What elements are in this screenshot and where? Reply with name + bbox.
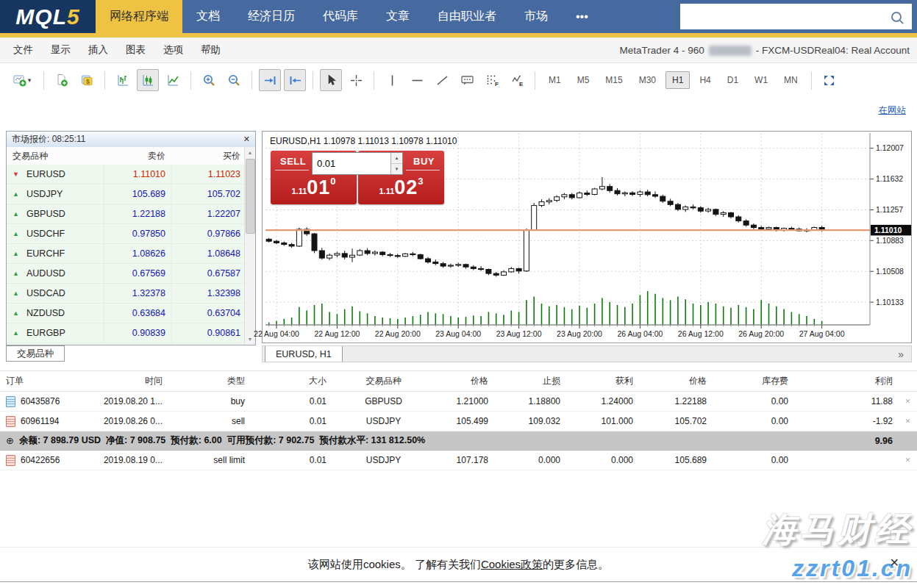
trendline-icon <box>435 74 449 87</box>
search-box[interactable] <box>680 4 912 29</box>
nav-item-7[interactable]: 市场 <box>510 0 562 33</box>
chart-shift-button[interactable] <box>284 69 306 91</box>
cookies-policy-link[interactable]: Cookies政策 <box>481 558 543 572</box>
elliott-waves-button[interactable]: E <box>506 69 528 91</box>
zoom-in-button[interactable] <box>198 69 220 91</box>
balance-total-profit: 9.96 <box>875 436 893 446</box>
timeframe-m15[interactable]: M15 <box>599 71 629 89</box>
svg-text:22 Aug 12:00: 22 Aug 12:00 <box>314 329 360 338</box>
list-item-symbol-gbpusd[interactable]: ▲GBPUSD1.221881.22207 <box>7 204 245 224</box>
table-row-order-60435876[interactable]: 604358762019.08.20 1...buy0.01GBPUSD1.21… <box>0 392 917 412</box>
nav-item-8[interactable]: ••• <box>562 0 602 33</box>
mql5-logo[interactable]: MQL5 <box>0 0 96 33</box>
order-current-price: 1.22188 <box>639 396 713 406</box>
menu-item-3[interactable]: 插入 <box>79 43 117 57</box>
orders-column-3: 类型 <box>168 375 251 387</box>
bid-price: 1.32378 <box>104 284 171 303</box>
menu-item-1[interactable]: 文件 <box>4 43 42 57</box>
close-icon[interactable]: ✕ <box>243 135 250 143</box>
search-input[interactable] <box>680 4 891 29</box>
nav-items: 网络程序端文档经济日历代码库文章自由职业者市场••• <box>96 0 602 33</box>
menu-item-5[interactable]: 选项 <box>154 43 192 57</box>
auto-scroll-button[interactable] <box>259 69 281 91</box>
cursor-button[interactable] <box>320 69 342 91</box>
timeframe-m30[interactable]: M30 <box>632 71 663 89</box>
ask-price: 1.22207 <box>171 204 245 223</box>
order-time: 2019.08.20 1... <box>87 396 168 406</box>
timeframe-h4[interactable]: H4 <box>693 71 717 89</box>
list-item-symbol-audusd[interactable]: ▲AUDUSD0.675690.67587 <box>7 264 245 284</box>
timeframe-m1[interactable]: M1 <box>542 71 568 89</box>
list-item-symbol-usdcad[interactable]: ▲USDCAD1.323781.32398 <box>7 284 245 304</box>
nav-item-1[interactable]: 网络程序端 <box>96 0 182 33</box>
fibonacci-button[interactable]: F <box>481 69 503 91</box>
orders-table: 订单时间类型大小交易品种价格止损获利价格库存费利润604358762019.08… <box>0 370 917 470</box>
timeframe-mn[interactable]: MN <box>777 71 804 89</box>
spinner-down-icon[interactable]: ▼ <box>391 164 402 174</box>
bid-price: 0.63684 <box>104 304 171 323</box>
trendline-button[interactable] <box>431 69 453 91</box>
market-watch-column-headers: 交易品种卖价买价 <box>7 147 245 165</box>
list-item-symbol-eurusd[interactable]: ▼EURUSD1.110101.11023 <box>7 165 245 184</box>
close-order-icon[interactable]: ✕ <box>899 456 917 464</box>
nav-item-4[interactable]: 代码库 <box>309 0 372 33</box>
table-row-order-60422656[interactable]: 604226562019.08.19 0...sell limit0.01USD… <box>0 451 917 470</box>
up-arrow-icon: ▲ <box>7 210 24 218</box>
order-sell-icon <box>6 416 15 427</box>
svg-text:F: F <box>495 81 499 87</box>
chart-toolbar: ▾$FEM1M5M15M30H1H4D1W1MN <box>0 64 917 96</box>
list-item-symbol-eurgbp[interactable]: ▲EURGBP0.908390.90861 <box>7 323 245 343</box>
candlestick-chart-button[interactable] <box>137 69 159 91</box>
nav-item-3[interactable]: 经济日历 <box>234 0 309 33</box>
crosshair-button[interactable] <box>345 69 367 91</box>
sell-price: 1.11010 <box>271 176 357 199</box>
nav-item-6[interactable]: 自由职业者 <box>424 0 510 33</box>
menu-item-4[interactable]: 图表 <box>117 43 154 57</box>
timeframe-w1[interactable]: W1 <box>748 71 774 89</box>
volume-input[interactable] <box>313 153 390 174</box>
timeframe-m5[interactable]: M5 <box>571 71 596 89</box>
cookie-text-after: 的更多信息。 <box>543 558 609 572</box>
table-row-order-60961194[interactable]: 609611942019.08.26 0...sell0.01USDJPY105… <box>0 412 917 431</box>
tab-eurusd-h1[interactable]: EURUSD, H1 <box>265 346 343 362</box>
list-item-symbol-eurchf[interactable]: ▲EURCHF1.086261.08648 <box>7 244 245 264</box>
spinner-up-icon[interactable]: ▲ <box>391 153 402 164</box>
close-order-icon[interactable]: ✕ <box>899 417 917 425</box>
market-watch-scrollbar[interactable]: ▲ ▼ <box>244 147 255 345</box>
chevron-right-icon[interactable]: » <box>898 348 911 360</box>
up-arrow-icon: ▲ <box>7 250 24 257</box>
nav-item-5[interactable]: 文章 <box>372 0 424 33</box>
search-icon[interactable] <box>891 12 902 22</box>
timeframe-d1[interactable]: D1 <box>721 71 745 89</box>
nav-item-2[interactable]: 文档 <box>182 0 234 33</box>
cookie-close-icon[interactable]: ✕ <box>890 557 899 569</box>
new-order-button[interactable] <box>51 69 73 91</box>
order-window-button[interactable]: $ <box>76 69 98 91</box>
menu-item-2[interactable]: 显示 <box>42 43 79 57</box>
tab-market-watch[interactable]: 交易品种 <box>6 345 65 362</box>
text-label-button[interactable] <box>456 69 478 91</box>
bar-chart-button[interactable] <box>112 69 134 91</box>
expand-plus-icon[interactable]: ⊕ <box>6 435 14 446</box>
list-item-symbol-usdchf[interactable]: ▲USDCHF0.978500.97866 <box>7 224 245 244</box>
scroll-up-icon[interactable]: ▲ <box>245 150 255 155</box>
scrollbar-thumb[interactable] <box>246 159 255 234</box>
vertical-line-button[interactable] <box>381 69 403 91</box>
timeframe-h1[interactable]: H1 <box>666 71 690 89</box>
zoom-out-button[interactable] <box>223 69 245 91</box>
order-take-profit: 101.000 <box>566 416 639 426</box>
on-website-link[interactable]: 在网站 <box>879 104 907 117</box>
text-label-icon <box>460 74 474 87</box>
fullscreen-button[interactable] <box>818 69 841 91</box>
fullscreen-icon <box>822 74 836 87</box>
chevron-down-icon[interactable]: ▾ <box>28 76 32 84</box>
close-order-icon[interactable]: ✕ <box>899 398 917 405</box>
menu-item-6[interactable]: 帮助 <box>192 43 229 57</box>
list-item-symbol-usdjpy[interactable]: ▲USDJPY105.689105.702 <box>7 184 245 204</box>
new-chart-button[interactable]: ▾ <box>7 69 37 91</box>
up-arrow-icon: ▲ <box>7 270 24 277</box>
horizontal-line-button[interactable] <box>406 69 428 91</box>
list-item-symbol-nzdusd[interactable]: ▲NZDUSD0.636840.63704 <box>7 304 245 323</box>
line-chart-button[interactable] <box>162 69 184 91</box>
list-item-symbol-eurjpy[interactable]: ▲EURJPY117.839117.851 <box>7 343 245 345</box>
